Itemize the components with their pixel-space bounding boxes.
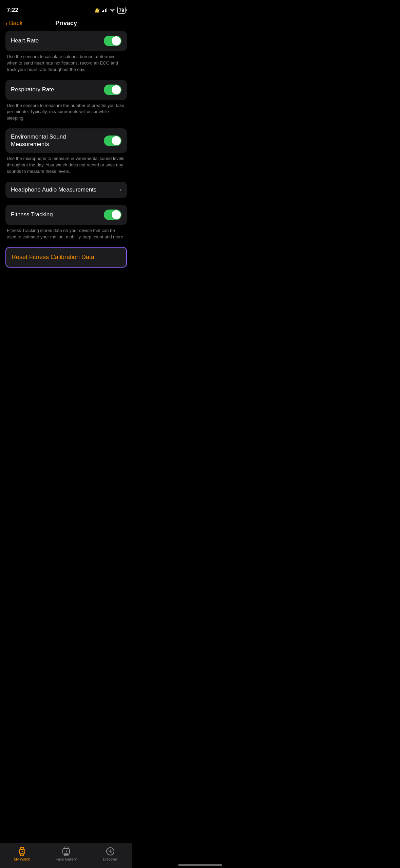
wifi-icon [109,8,115,13]
environmental-sound-description: Use the microphone to measure environmen… [5,156,127,175]
toggle-knob [112,136,121,145]
page-title: Privacy [55,20,77,27]
mute-icon: 🔔̷ [94,8,100,13]
respiratory-rate-description: Use the sensors to measure the number of… [5,103,127,122]
respiratory-rate-row: Respiratory Rate [5,80,127,100]
environmental-sound-toggle[interactable] [104,135,121,146]
heart-rate-description: Use the sensors to calculate calories bu… [5,54,127,73]
status-bar: 7:22 🔔̷ 79 [0,0,132,17]
chevron-right-icon: › [119,186,121,193]
signal-icon [102,8,108,12]
toggle-knob [112,36,121,46]
reset-fitness-label: Reset Fitness Calibration Data [12,254,94,260]
heart-rate-toggle[interactable] [104,36,121,46]
svg-point-0 [112,11,113,12]
toggle-knob [112,85,121,94]
heart-rate-row: Heart Rate [5,31,127,51]
toggle-knob [112,210,121,219]
environmental-sound-label: Environmental Sound Measurements [11,133,104,148]
environmental-sound-row: Environmental Sound Measurements [5,128,127,153]
heart-rate-label: Heart Rate [11,37,104,44]
battery-indicator: 79 [117,7,126,14]
respiratory-rate-label: Respiratory Rate [11,86,104,93]
content-area: Heart Rate Use the sensors to calculate … [0,31,132,308]
nav-bar: ‹ Back Privacy [0,17,132,31]
respiratory-rate-toggle[interactable] [104,85,121,95]
back-chevron-icon: ‹ [5,20,8,27]
status-icons: 🔔̷ 79 [94,7,126,14]
fitness-tracking-label: Fitness Tracking [11,211,104,218]
headphone-audio-row[interactable]: Headphone Audio Measurements › [5,182,127,198]
fitness-tracking-description: Fitness Tracking stores data on your dev… [5,228,127,240]
headphone-audio-label: Headphone Audio Measurements [11,186,96,193]
fitness-tracking-row: Fitness Tracking [5,205,127,225]
status-time: 7:22 [7,7,18,14]
back-label: Back [9,20,23,27]
back-button[interactable]: ‹ Back [5,20,23,27]
fitness-tracking-toggle[interactable] [104,210,121,220]
reset-fitness-button[interactable]: Reset Fitness Calibration Data [5,247,127,268]
